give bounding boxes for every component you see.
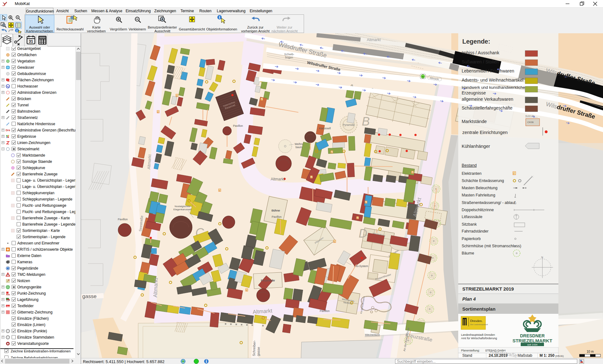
svg-text:Pavillon: Pavillon bbox=[233, 124, 243, 127]
svg-text:(DIN A1): (DIN A1) bbox=[555, 355, 564, 357]
svg-text:Dresden.: Dresden. bbox=[470, 319, 483, 323]
svg-text:Altmarkt: Altmarkt bbox=[152, 278, 159, 297]
svg-text:Masten Fahrleitung: Masten Fahrleitung bbox=[462, 193, 495, 197]
svg-text:Z: Z bbox=[219, 190, 220, 191]
svg-text:Schwib-: Schwib- bbox=[284, 53, 294, 56]
svg-text:Altmarkt: Altmarkt bbox=[271, 177, 285, 181]
svg-text:Pavillon: Pavillon bbox=[320, 309, 330, 313]
svg-text:D: D bbox=[359, 227, 367, 240]
svg-text:H: H bbox=[422, 75, 424, 78]
svg-text:Maßstab: Maßstab bbox=[518, 353, 532, 358]
svg-text:Abc: Abc bbox=[6, 293, 10, 296]
svg-text:Z: Z bbox=[513, 172, 515, 174]
svg-text:Z: Z bbox=[331, 151, 332, 153]
svg-text:Schirmhülse (mit Stromanschlus: Schirmhülse (mit Stromanschluss) bbox=[462, 244, 521, 248]
svg-text:Planerstellung:: Planerstellung: bbox=[461, 349, 480, 352]
svg-text:Dre: Dre bbox=[6, 129, 10, 132]
svg-text:baum: baum bbox=[296, 146, 302, 149]
svg-text:bogen: bogen bbox=[285, 56, 293, 59]
svg-text:Z: Z bbox=[412, 172, 413, 174]
svg-text:Z: Z bbox=[311, 176, 312, 178]
svg-text:Die Landeshauptstadt: Die Landeshauptstadt bbox=[470, 323, 488, 325]
svg-text:Märchenturm: Märchenturm bbox=[365, 333, 380, 336]
svg-text:gasse: gasse bbox=[82, 293, 96, 299]
svg-text:seit 1434: seit 1434 bbox=[527, 343, 538, 346]
svg-text:Bestand: Bestand bbox=[462, 163, 477, 168]
svg-text:Bäume: Bäume bbox=[462, 251, 474, 255]
svg-text:Doppelschlitzrinne: Doppelschlitzrinne bbox=[462, 208, 494, 212]
svg-text:Feuerwehr: Feuerwehr bbox=[261, 279, 275, 282]
svg-text:allgemeine Verkaufswaren: allgemeine Verkaufswaren bbox=[462, 97, 513, 102]
svg-text:Advents- und Weihnachtsartikel: Advents- und Weihnachtsartikel bbox=[462, 78, 524, 83]
svg-text:Schächte Entwässerung: Schächte Entwässerung bbox=[462, 179, 504, 183]
svg-text:Pavillon: Pavillon bbox=[272, 215, 282, 218]
svg-text:Imbiss / Ausschank: Imbiss / Ausschank bbox=[462, 50, 500, 55]
svg-text:Süßwaren / Stollen: Süßwaren / Stollen bbox=[462, 59, 499, 64]
svg-text:zentrale Einrichtungen: zentrale Einrichtungen bbox=[462, 130, 508, 135]
svg-text:N: N bbox=[541, 256, 543, 259]
svg-text:Stand: Stand bbox=[462, 353, 472, 358]
svg-text:Kühlanhänger: Kühlanhänger bbox=[462, 144, 490, 149]
svg-text:Sortimentsplan: Sortimentsplan bbox=[462, 307, 496, 312]
svg-text:DRESDNER: DRESDNER bbox=[520, 333, 545, 338]
svg-text:Erzeugnisse: Erzeugnisse bbox=[462, 90, 486, 95]
svg-text:Schreiber-: Schreiber- bbox=[252, 340, 256, 356]
svg-text:Handwerk und kunsthandwerklich: Handwerk und kunsthandwerkliche bbox=[462, 85, 525, 90]
svg-text:Lebensmittel / Frischwaren: Lebensmittel / Frischwaren bbox=[462, 68, 514, 73]
svg-text:Pavillon: Pavillon bbox=[118, 218, 128, 221]
svg-text:gasse: gasse bbox=[256, 347, 260, 356]
svg-text:Fahrradständer: Fahrradständer bbox=[462, 229, 488, 233]
svg-text:Plan 4: Plan 4 bbox=[462, 297, 476, 302]
svg-text:Pyramide: Pyramide bbox=[343, 123, 355, 126]
svg-text:Karussell: Karussell bbox=[319, 127, 331, 130]
svg-text:Bühne: Bühne bbox=[271, 209, 280, 212]
svg-text:Abc: Abc bbox=[6, 305, 10, 307]
svg-text:CK06: CK06 bbox=[527, 121, 534, 124]
svg-text:M 1: 250: M 1: 250 bbox=[540, 353, 555, 358]
svg-text:STRIEZELMARKT 2019: STRIEZELMARKT 2019 bbox=[462, 286, 514, 292]
svg-text:Sitzbank: Sitzbank bbox=[462, 222, 477, 227]
svg-text:Etagenkarussell: Etagenkarussell bbox=[173, 208, 191, 211]
svg-text:31: 31 bbox=[29, 39, 33, 44]
svg-text:Straßenentwässerung/ - ablauf: Straßenentwässerung/ - ablauf bbox=[462, 201, 515, 205]
svg-text:Altmarkt: Altmarkt bbox=[367, 38, 381, 42]
svg-text:Litfasssäule: Litfasssäule bbox=[462, 215, 482, 219]
svg-text:Z: Z bbox=[176, 95, 177, 97]
svg-text:B: B bbox=[362, 115, 370, 128]
svg-text:Z: Z bbox=[261, 99, 262, 100]
svg-text:10 m: 10 m bbox=[587, 350, 594, 353]
svg-text:Amt für Wirtschaftsförderung: Amt für Wirtschaftsförderung bbox=[461, 337, 497, 340]
svg-text:Buden-Nr.: Buden-Nr. bbox=[525, 115, 535, 117]
svg-text:Z: Z bbox=[334, 241, 335, 243]
svg-text:Z: Z bbox=[246, 289, 247, 291]
svg-text:Legende:: Legende: bbox=[462, 38, 490, 45]
svg-text:Z: Z bbox=[357, 217, 358, 219]
svg-text:Landeshauptstadt Dresden: Landeshauptstadt Dresden bbox=[461, 333, 495, 336]
svg-text:Z: Z bbox=[365, 201, 367, 203]
svg-text:Schaustellerfahrgeschäfte: Schaustellerfahrgeschäfte bbox=[462, 105, 513, 110]
svg-text:Z: Z bbox=[157, 111, 159, 113]
svg-text:Marktstände: Marktstände bbox=[462, 119, 487, 124]
svg-text:Nostalgisches: Nostalgisches bbox=[175, 205, 190, 208]
svg-text:Papierkorb: Papierkorb bbox=[462, 237, 481, 241]
svg-text:STRIEZELMARKT: STRIEZELMARKT bbox=[513, 338, 552, 343]
svg-text:Masten Beleuchtung: Masten Beleuchtung bbox=[462, 186, 497, 190]
svg-text:Elektranten: Elektranten bbox=[462, 171, 481, 176]
